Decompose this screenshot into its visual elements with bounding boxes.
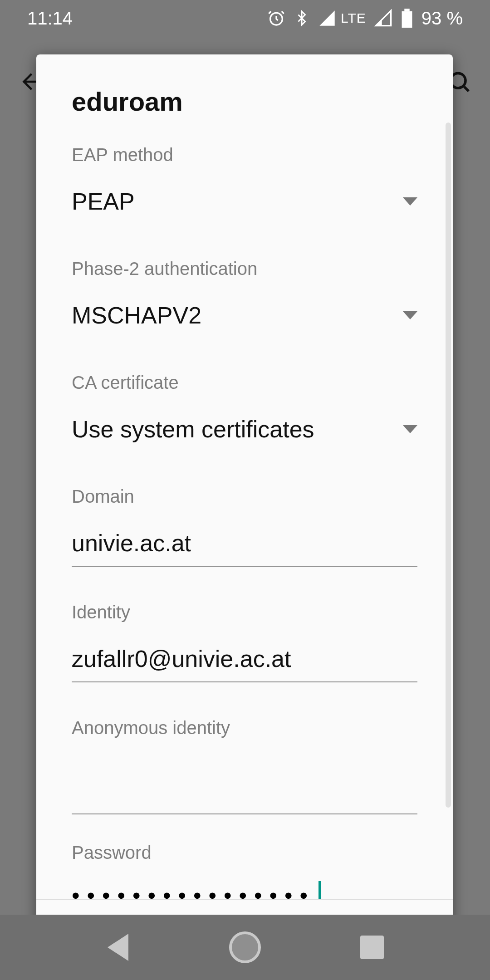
svg-rect-2 [402,11,412,28]
signal-empty-icon [374,9,392,27]
nav-home-button[interactable] [218,920,272,975]
domain-input[interactable] [72,529,417,567]
navigation-bar [0,915,490,980]
lte-label: LTE [341,10,366,26]
status-time: 11:14 [27,8,73,29]
nav-back-button[interactable] [91,920,145,975]
phase2-value: MSCHAPV2 [72,302,201,329]
scrollbar[interactable] [446,122,451,808]
bluetooth-icon [294,9,310,27]
nav-recent-button[interactable] [345,920,399,975]
chevron-down-icon [403,197,417,206]
signal-full-icon [318,9,336,27]
alarm-icon [267,9,285,27]
dialog-body[interactable]: eduroam EAP method PEAP Phase-2 authenti… [36,54,453,899]
dialog-title: eduroam [72,86,417,117]
ca-cert-label: CA certificate [72,372,417,393]
ca-cert-select[interactable]: Use system certificates [72,416,417,443]
anonymous-identity-label: Anonymous identity [72,718,417,738]
status-icons: LTE 93 % [267,8,463,29]
identity-input[interactable] [72,645,417,682]
password-mask: •••••••••••••••• [72,882,315,899]
chevron-down-icon [403,425,417,433]
status-bar: 11:14 LTE 93 % [0,0,490,36]
wifi-config-dialog: eduroam EAP method PEAP Phase-2 authenti… [36,54,453,980]
eap-method-value: PEAP [72,188,135,215]
eap-method-select[interactable]: PEAP [72,188,417,215]
recent-square-icon [360,936,384,959]
password-label: Password [72,843,417,863]
password-input[interactable]: •••••••••••••••• [72,875,417,899]
chevron-down-icon [403,311,417,319]
back-triangle-icon [108,934,128,961]
battery-percentage: 93 % [421,8,463,29]
home-circle-icon [229,931,261,963]
battery-icon [401,9,413,28]
ca-cert-value: Use system certificates [72,416,314,443]
domain-label: Domain [72,486,417,507]
svg-rect-1 [404,9,409,11]
text-cursor [318,881,321,899]
svg-point-3 [451,73,466,88]
phase2-select[interactable]: MSCHAPV2 [72,302,417,329]
phase2-label: Phase-2 authentication [72,259,417,279]
identity-label: Identity [72,602,417,622]
anonymous-identity-input[interactable] [72,761,417,814]
eap-method-label: EAP method [72,145,417,165]
